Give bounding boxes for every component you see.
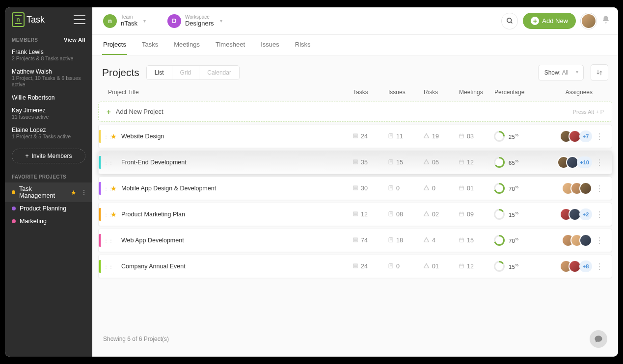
project-row[interactable]: ⋮⋮ ★ Website Design 24 11 19 03 25% +7 ⋮ [98,125,612,148]
sort-button[interactable] [591,64,608,81]
add-new-button[interactable]: + Add New [523,13,576,29]
workspace-selector[interactable]: D Workspace Designers ▾ [164,12,229,30]
svg-rect-28 [460,186,464,190]
tab-meetings[interactable]: Meetings [173,35,201,55]
tasks-icon [352,263,358,270]
favorite-name: Product Planning [20,205,66,212]
invite-members-button[interactable]: + Invite Members [12,149,85,163]
notifications-icon[interactable] [601,15,610,26]
member-name: Matthew Walsh [12,68,85,75]
risks-count: 05 [423,158,459,166]
favorite-project-item[interactable]: Marketing [5,215,92,228]
meetings-count: 03 [459,133,494,140]
menu-toggle-icon[interactable] [74,15,85,24]
svg-rect-43 [353,239,357,240]
row-menu-button[interactable]: ⋮ [592,262,607,271]
color-bar [99,260,101,273]
favorites-heading: FAVORITE PROJECTS [12,174,66,180]
favorite-project-item[interactable]: Product Planning [5,202,92,215]
project-row[interactable]: ⋮⋮ Web App Development 74 18 4 15 70% ⋮ [98,229,612,252]
tab-timesheet[interactable]: Timesheet [215,35,246,55]
project-title: Company Annual Event [119,263,352,270]
svg-line-1 [511,22,512,23]
team-chip: n [103,14,117,28]
team-label: Team [121,15,137,20]
row-menu-button[interactable]: ⋮ [592,184,607,193]
show-label: Show: [544,69,561,76]
calendar-icon [459,237,464,244]
progress-ring [494,131,505,142]
drag-handle-icon[interactable]: ⋮⋮ [104,212,110,217]
member-subtitle: 11 Issues active [12,114,85,121]
tab-tasks[interactable]: Tasks [141,35,159,55]
row-menu-button[interactable]: ⋮ [592,132,607,141]
svg-rect-12 [353,160,357,161]
row-menu-button[interactable]: ⋮ [592,236,607,245]
tab-projects[interactable]: Projects [102,35,127,55]
user-avatar[interactable] [581,13,596,29]
tab-issues[interactable]: Issues [260,35,280,55]
assignee-avatar[interactable] [579,182,592,195]
member-item[interactable]: Matthew Walsh1 Project, 10 Tasks & 6 Iss… [5,65,92,91]
assignees [543,234,592,247]
workspace-chip: D [167,14,181,28]
issues-count: 08 [388,211,423,218]
color-dot-icon [12,190,15,194]
star-icon[interactable]: ★ [110,132,119,140]
project-row[interactable]: ⋮⋮ ★ Product Marketing Plan 12 08 02 09 … [98,203,612,226]
star-icon[interactable]: ★ [110,184,119,192]
percentage-value: 70% [509,185,518,192]
more-assignees-chip[interactable]: +2 [579,208,592,220]
member-item[interactable]: Willie Robertson [5,91,92,104]
team-selector[interactable]: n Team nTask ▾ [100,12,153,30]
calendar-icon [459,133,464,140]
more-assignees-chip[interactable]: +10 [577,156,592,168]
tab-risks[interactable]: Risks [294,35,312,55]
member-name: Kay Jimenez [12,107,85,114]
risks-icon [423,210,430,218]
view-grid[interactable]: Grid [172,66,200,79]
more-icon[interactable]: ⋮ [81,188,87,196]
assignee-avatar[interactable] [579,234,592,247]
page-title: Projects [102,67,139,78]
drag-handle-icon[interactable]: ⋮⋮ [104,186,110,191]
brand-logo[interactable]: n Task [12,12,45,27]
member-item[interactable]: Frank Lewis2 Projects & 8 Tasks active [5,46,92,65]
percentage-value: 15% [509,211,518,218]
add-project-row[interactable]: + Add New Project Press Alt + P [98,102,612,122]
table-header: Project Title Tasks Issues Risks Meeting… [92,88,618,102]
drag-handle-icon[interactable]: ⋮⋮ [104,160,110,165]
percentage-value: 70% [509,237,518,244]
search-button[interactable] [501,13,518,29]
issues-count: 15 [388,159,423,166]
row-menu-button[interactable]: ⋮ [592,210,607,219]
calendar-icon [459,159,464,166]
favorite-name: Task Management [19,185,63,199]
favorite-project-item[interactable]: Task Management ★⋮ [5,182,92,202]
risks-count: 0 [423,184,459,192]
drag-handle-icon[interactable]: ⋮⋮ [104,134,110,139]
view-list[interactable]: List [147,66,172,79]
drag-handle-icon[interactable]: ⋮⋮ [104,264,110,269]
svg-rect-2 [353,134,357,135]
star-icon[interactable]: ★ [110,210,119,218]
project-row[interactable]: ⋮⋮ Front-End Development 35 15 05 12 65%… [98,151,612,174]
issues-icon [388,133,394,140]
chat-button[interactable] [590,330,607,348]
member-item[interactable]: Kay Jimenez11 Issues active [5,104,92,124]
view-calendar[interactable]: Calendar [199,66,239,79]
svg-rect-34 [353,215,357,216]
drag-handle-icon[interactable]: ⋮⋮ [104,238,110,243]
project-row[interactable]: ⋮⋮ ★ Mobile App Design & Development 30 … [98,177,612,200]
view-all-members-link[interactable]: View All [64,37,85,43]
issues-icon [388,159,394,166]
show-filter-dropdown[interactable]: Show: All [538,65,584,80]
row-menu-button[interactable]: ⋮ [592,158,607,167]
project-title: Front-End Development [119,159,352,166]
member-item[interactable]: Elaine Lopez1 Project & 5 Tasks active [5,124,92,143]
project-row[interactable]: ⋮⋮ Company Annual Event 24 0 01 12 15% +… [98,255,612,278]
svg-rect-13 [353,161,357,162]
more-assignees-chip[interactable]: +7 [579,130,592,142]
more-assignees-chip[interactable]: +8 [579,260,592,272]
keyboard-hint: Press Alt + P [573,109,604,115]
